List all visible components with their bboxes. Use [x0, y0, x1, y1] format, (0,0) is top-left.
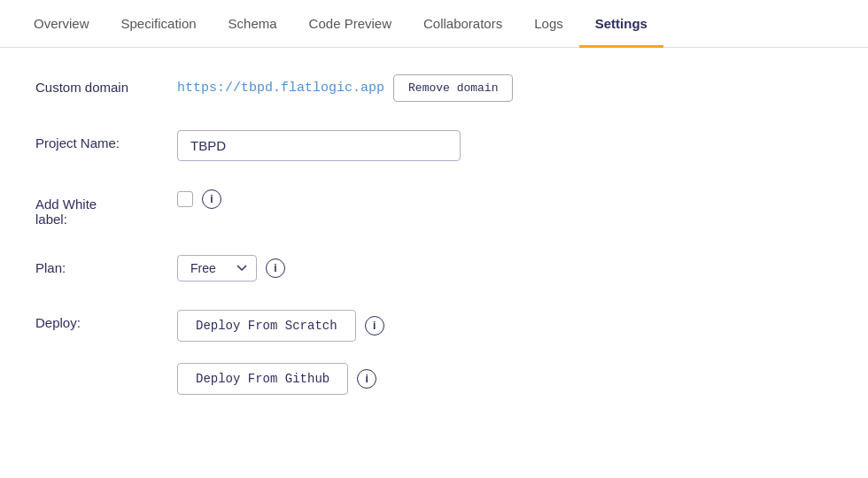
deploy-github-info-icon[interactable]: i: [357, 369, 376, 389]
tab-schema[interactable]: Schema: [213, 0, 293, 48]
deploy-scratch-row: Deploy From Scratch i: [177, 310, 384, 342]
domain-link[interactable]: https://tbpd.flatlogic.app: [177, 81, 384, 96]
project-name-label: Project Name:: [35, 130, 177, 150]
white-label-label: Add White label:: [35, 189, 177, 227]
deploy-github-row: Deploy From Github i: [177, 363, 376, 395]
remove-domain-button[interactable]: Remove domain: [393, 74, 513, 102]
white-label-row: Add White label: i: [35, 189, 833, 227]
deploy-scratch-info-icon[interactable]: i: [365, 316, 384, 335]
tab-overview[interactable]: Overview: [18, 0, 105, 48]
deploy-row: Deploy: Deploy From Scratch i Deploy Fro…: [35, 310, 833, 407]
settings-panel: Custom domain https://tbpd.flatlogic.app…: [0, 48, 868, 462]
plan-row: Plan: Free Starter Pro i: [35, 255, 833, 281]
project-name-value: [177, 130, 461, 161]
tab-code-preview[interactable]: Code Preview: [293, 0, 407, 48]
custom-domain-value: https://tbpd.flatlogic.app Remove domain: [177, 74, 513, 102]
tab-specification[interactable]: Specification: [105, 0, 213, 48]
deploy-buttons: Deploy From Scratch i Deploy From Github…: [177, 310, 384, 407]
white-label-value: i: [177, 189, 221, 209]
custom-domain-label: Custom domain: [35, 74, 177, 95]
white-label-info-icon[interactable]: i: [202, 189, 221, 209]
project-name-input[interactable]: [177, 130, 461, 161]
deploy-from-github-button[interactable]: Deploy From Github: [177, 363, 348, 395]
tab-settings[interactable]: Settings: [579, 0, 663, 48]
tab-logs[interactable]: Logs: [518, 0, 579, 48]
custom-domain-row: Custom domain https://tbpd.flatlogic.app…: [35, 74, 833, 102]
plan-label: Plan:: [35, 255, 177, 275]
nav-tabs: Overview Specification Schema Code Previ…: [0, 0, 868, 48]
deploy-label: Deploy:: [35, 310, 177, 330]
plan-value: Free Starter Pro i: [177, 255, 285, 281]
plan-info-icon[interactable]: i: [266, 258, 285, 278]
tab-collaborators[interactable]: Collaborators: [407, 0, 518, 48]
project-name-row: Project Name:: [35, 130, 833, 161]
deploy-from-scratch-button[interactable]: Deploy From Scratch: [177, 310, 356, 342]
plan-select[interactable]: Free Starter Pro: [177, 255, 257, 281]
white-label-checkbox[interactable]: [177, 191, 193, 207]
